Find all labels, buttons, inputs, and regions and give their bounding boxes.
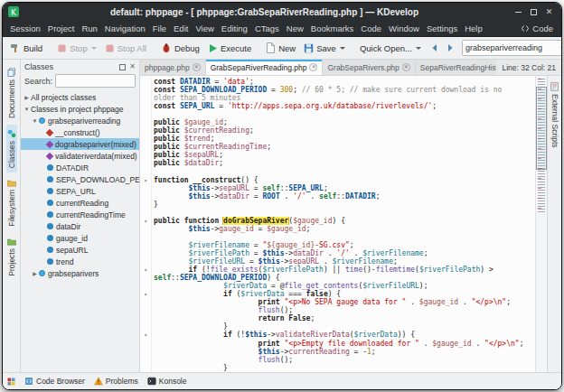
tree-item-currentreadingtime[interactable]: currentReadingTime — [21, 209, 139, 220]
menu-settings[interactable]: Settings — [423, 23, 461, 33]
code-line[interactable]: $this->currentReading = -1; — [140, 348, 535, 356]
save-button[interactable]: Save — [300, 42, 349, 55]
menu-new[interactable]: New — [283, 23, 307, 33]
quick-open-dropdown-icon[interactable] — [416, 47, 421, 50]
tree-item-grabsepariverreading[interactable]: ▼grabsepariverreading — [21, 115, 139, 126]
maximize-button[interactable] — [527, 5, 540, 18]
fold-marker-icon[interactable]: ▾ — [140, 331, 152, 339]
code-line[interactable]: public $currentReading; — [140, 126, 535, 135]
save-dropdown-icon[interactable] — [340, 47, 345, 50]
code-line[interactable]: $riverFilename = "${gauge_id}-SG.csv"; — [140, 241, 535, 249]
tree-collapsed-arrow-icon[interactable]: ▶ — [23, 94, 31, 100]
menu-ctags[interactable]: CTags — [251, 23, 283, 33]
code-line[interactable]: public $trend; — [140, 135, 535, 143]
code-line[interactable]: const SEPA_URL = 'http://apps.sepa.org.u… — [140, 102, 535, 110]
code-line[interactable]: older than 5 minutes — [140, 94, 535, 102]
code-line[interactable]: return False; — [140, 314, 535, 322]
minimap-viewport[interactable] — [536, 87, 547, 170]
fold-marker-icon[interactable]: ▾ — [140, 290, 152, 298]
code-line[interactable]: } — [140, 322, 535, 331]
tree-item-sepaurl[interactable]: sepaURL — [21, 244, 139, 256]
tree-item-datadir[interactable]: dataDir — [21, 220, 139, 232]
classes-search-input[interactable] — [55, 74, 136, 88]
minimize-button[interactable] — [512, 5, 525, 18]
tree-expanded-arrow-icon[interactable]: ▼ — [31, 118, 39, 124]
code-lines[interactable]: const DATADIR = 'data';const SEPA_DOWNLO… — [140, 76, 535, 372]
code-line[interactable]: ▾public function doGrabSepaRiver($gauge_… — [140, 217, 535, 225]
menu-edit[interactable]: Edit — [170, 23, 192, 33]
tree-item-gauge-id[interactable]: gauge_id — [21, 232, 139, 244]
tree-item-dograbsepariver-mixed[interactable]: dograbsepariver(mixed) — [21, 138, 139, 150]
minimap-scrollbar[interactable] — [535, 76, 547, 372]
editor-tab-separiverreadinghistory.php[interactable]: SepaRiverReadingHistory.php✕ — [416, 60, 497, 75]
editor-tab-grabsepariverreading.php[interactable]: GrabSepaRiverReading.php✕ — [206, 60, 324, 75]
menu-window[interactable]: Window — [385, 23, 423, 33]
stop-dropdown-icon[interactable] — [91, 47, 97, 50]
bottom-button-konsole[interactable]: Konsole — [147, 377, 187, 386]
back-button[interactable] — [427, 42, 442, 54]
code-line[interactable]: public $gauge_id; — [140, 118, 535, 126]
titlebar[interactable]: K default: phppage - [ phppage:GrabSepaR… — [3, 3, 561, 21]
code-line[interactable]: } — [140, 201, 535, 209]
code-line[interactable]: ▾ if ($riverData === false) { — [140, 290, 535, 298]
code-line[interactable]: flush(); — [140, 356, 535, 364]
code-line[interactable]: public $dataDir; — [140, 159, 535, 167]
code-line[interactable]: $riverFilePath = $this->dataDir . '/' . … — [140, 249, 535, 257]
editor-tab-grabseparivers.php[interactable]: GrabSepaRivers.php✕ — [323, 60, 415, 75]
code-line[interactable]: $this->gauge_id = $gauge_id; — [140, 225, 535, 233]
tab-close-icon[interactable]: ✕ — [402, 63, 410, 71]
search-input[interactable] — [465, 43, 559, 52]
bottom-button-code-browser[interactable]: Code Browser — [24, 377, 85, 386]
code-line[interactable]: print "<p>No SEPA gauge data for " . $ga… — [140, 298, 535, 306]
panel-close-button[interactable]: ✕ — [129, 63, 136, 70]
build-button[interactable]: Build — [6, 41, 46, 55]
execute-button[interactable]: Execute — [204, 42, 255, 55]
menu-code[interactable]: Code — [357, 23, 385, 33]
menu-bookmarks[interactable]: Bookmarks — [307, 23, 358, 33]
code-line[interactable]: public $sepaURL; — [140, 151, 535, 159]
search-dropdown-icon[interactable] — [560, 47, 562, 50]
code-line[interactable] — [140, 168, 535, 176]
code-line[interactable]: } — [140, 364, 535, 372]
tab-close-icon[interactable]: ✕ — [193, 63, 201, 71]
code-line[interactable]: $this->sepaURL = self::SEPA_URL; — [140, 184, 535, 192]
code-line[interactable] — [140, 110, 535, 118]
code-line[interactable]: ▾function __construct() { — [140, 176, 535, 184]
tree-expanded-arrow-icon[interactable]: ▼ — [23, 107, 31, 112]
quick-open-button[interactable]: Quick Open... — [356, 42, 425, 55]
tree-item-trend[interactable]: trend — [21, 256, 139, 267]
search-combo[interactable] — [462, 40, 562, 56]
code-line[interactable]: $riverData = @file_get_contents($riverFi… — [140, 282, 535, 290]
menu-project[interactable]: Project — [44, 23, 79, 33]
tree-item-grabseparivers[interactable]: ▶grabseparivers — [21, 267, 139, 279]
debug-button[interactable]: Debug — [157, 41, 203, 55]
code-line[interactable]: ▾ if (!file_exists($riverFilePath) || ti… — [140, 266, 535, 274]
forward-button[interactable] — [443, 42, 458, 54]
menu-editing[interactable]: Editing — [218, 23, 251, 33]
panel-float-button[interactable] — [119, 64, 126, 70]
tree-item-sepa-url[interactable]: SEPA_URL — [21, 185, 139, 197]
left-dock-tab-classes[interactable]: Classes — [6, 125, 17, 173]
code-line[interactable]: print "<p>Empty file downloaded for " . … — [140, 340, 535, 348]
code-line[interactable]: flush(); — [140, 306, 535, 314]
tree-item-sepa-download-period[interactable]: SEPA_DOWNLOAD_PERIOD — [21, 173, 139, 185]
menu-view[interactable]: View — [192, 23, 217, 33]
tree-item-classes-in-project-phppage[interactable]: ▼Classes in project phppage — [21, 103, 139, 115]
code-line[interactable]: $riverFileURL = $this->sepaURL . $riverF… — [140, 257, 535, 266]
tree-item-datadir[interactable]: DATADIR — [21, 162, 139, 173]
menu-navigation[interactable]: Navigation — [101, 23, 149, 33]
left-dock-tab-projects[interactable]: Projects — [6, 233, 17, 281]
tab-close-icon[interactable]: ✕ — [309, 63, 317, 71]
code-line[interactable] — [140, 233, 535, 241]
bottom-button-problems[interactable]: Problems — [94, 377, 138, 386]
new-button[interactable]: New — [262, 41, 299, 55]
left-dock-tab-filesystem[interactable]: Filesystem — [6, 174, 17, 231]
tree-item-all-projects-classes[interactable]: ▶All projects classes — [21, 91, 139, 103]
panel-grid-icon[interactable] — [7, 378, 15, 386]
tree-item-currentreading[interactable]: currentReading — [21, 197, 139, 209]
code-line[interactable]: self::SEPA_DOWNLOAD_PERIOD) { — [140, 274, 535, 282]
stop-button[interactable]: Stop — [53, 42, 100, 55]
tree-item-validateriverdata-mixed[interactable]: validateriverdata(mixed) — [21, 150, 139, 162]
tree-collapsed-arrow-icon[interactable]: ▶ — [31, 270, 39, 276]
close-button[interactable]: ✕ — [542, 5, 556, 18]
